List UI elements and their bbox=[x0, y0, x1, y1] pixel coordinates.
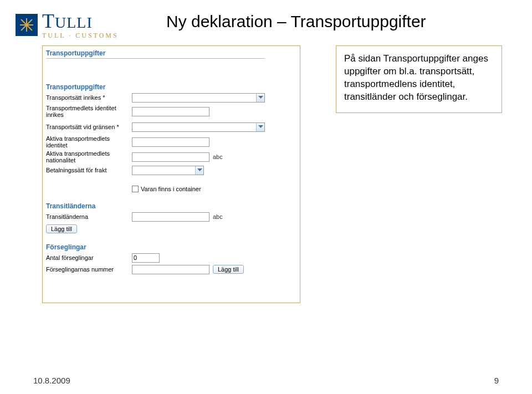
divider bbox=[46, 58, 265, 59]
label-container-checkbox: Varan finns i container bbox=[141, 186, 201, 192]
select-transport-gransen[interactable] bbox=[132, 122, 265, 132]
checkbox-container[interactable] bbox=[132, 186, 139, 192]
abc-hint: abc bbox=[213, 213, 223, 220]
abc-hint: abc bbox=[213, 153, 223, 160]
select-betalningssatt[interactable] bbox=[132, 166, 204, 175]
section-transitlanderna: Transitländerna bbox=[46, 202, 296, 210]
footer-date: 10.8.2009 bbox=[33, 376, 70, 385]
input-antal-forseglingar[interactable] bbox=[132, 253, 160, 263]
select-transport-inrikes[interactable] bbox=[132, 93, 265, 103]
label-betalningssatt: Betalningssätt för frakt bbox=[46, 167, 132, 173]
label-transport-gransen: Transportsätt vid gränsen * bbox=[46, 124, 132, 130]
row-transport-gransen: Transportsätt vid gränsen * bbox=[46, 120, 296, 134]
section-transport-header: Transportuppgifter bbox=[46, 49, 296, 57]
add-seal-button[interactable]: Lägg till bbox=[213, 265, 244, 274]
label-transportmedlets-identitet: Transportmedlets identitet inrikes bbox=[46, 105, 132, 118]
page-title: Ny deklaration – Transportuppgifter bbox=[166, 12, 426, 31]
row-antal-forseglingar: Antal förseglingar bbox=[46, 252, 296, 263]
row-transportmedlets-identitet: Transportmedlets identitet inrikes bbox=[46, 104, 296, 119]
footer-page: 9 bbox=[494, 376, 499, 385]
add-transit-button[interactable]: Lägg till bbox=[46, 224, 77, 233]
section-forseglingar: Förseglingar bbox=[46, 243, 296, 251]
input-forseglingarnas-nummer[interactable] bbox=[132, 265, 209, 274]
logo: TULLI TULL · CUSTOMS bbox=[16, 11, 119, 39]
label-aktiva-identitet: Aktiva transportmedlets identitet bbox=[46, 135, 132, 149]
input-transitlanderna[interactable] bbox=[132, 212, 209, 222]
input-aktiva-identitet[interactable] bbox=[132, 137, 209, 147]
logo-text-sub: TULL · CUSTOMS bbox=[42, 32, 119, 39]
section-transport-sub: Transportuppgifter bbox=[46, 83, 296, 91]
row-betalningssatt: Betalningssätt för frakt bbox=[46, 165, 296, 176]
row-transitlanderna: Transitländerna abc bbox=[46, 211, 296, 222]
logo-emblem bbox=[16, 14, 38, 36]
info-box: På sidan Transportuppgifter anges uppgif… bbox=[336, 45, 502, 113]
label-transport-inrikes: Transportsätt inrikes * bbox=[46, 94, 132, 101]
row-aktiva-identitet: Aktiva transportmedlets identitet bbox=[46, 135, 296, 149]
form-panel: Transportuppgifter Transportuppgifter Tr… bbox=[42, 45, 300, 303]
logo-text-main: TULLI bbox=[42, 11, 119, 31]
row-transport-inrikes: Transportsätt inrikes * bbox=[46, 92, 296, 103]
input-aktiva-nationalitet[interactable] bbox=[132, 152, 209, 162]
label-transitlanderna: Transitländerna bbox=[46, 213, 132, 220]
label-antal-forseglingar: Antal förseglingar bbox=[46, 254, 132, 261]
label-aktiva-nationalitet: Aktiva transportmedlets nationalitet bbox=[46, 150, 132, 163]
row-aktiva-nationalitet: Aktiva transportmedlets nationalitet abc bbox=[46, 150, 296, 164]
row-container-checkbox: Varan finns i container bbox=[132, 186, 296, 192]
label-forseglingarnas-nummer: Förseglingarnas nummer bbox=[46, 266, 132, 273]
row-forseglingarnas-nummer: Förseglingarnas nummer Lägg till bbox=[46, 264, 296, 275]
input-transportmedlets-identitet[interactable] bbox=[132, 107, 209, 116]
